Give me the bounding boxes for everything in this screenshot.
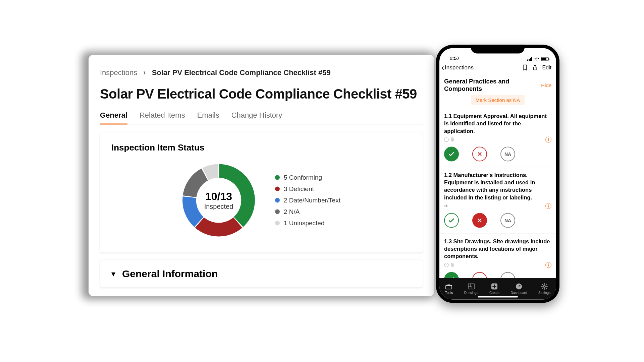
status-card-title: Inspection Item Status <box>111 142 411 153</box>
item-text: 1.2 Manufacturer's Instructions. Equipme… <box>444 171 551 201</box>
legend-row: 3 Deficient <box>275 185 340 193</box>
legend-dot <box>275 187 280 191</box>
drawings-icon <box>468 283 475 290</box>
chevron-right-icon: › <box>143 68 146 77</box>
bottom-tab-bar: ToolsDrawingsCreateDashboardSettings <box>439 278 556 300</box>
tab-settings[interactable]: Settings <box>538 283 550 295</box>
phone-screen: 1:57 ‹ Inspections <box>439 48 556 300</box>
legend-dot <box>275 221 280 226</box>
tab-label: Create <box>489 291 499 295</box>
comment-icon[interactable] <box>444 137 449 142</box>
pass-button[interactable] <box>444 272 459 278</box>
breadcrumb: Inspections › Solar PV Electrical Code C… <box>100 68 423 77</box>
donut-center-value: 10/13 <box>205 190 232 203</box>
attachment-icon[interactable] <box>451 262 454 267</box>
tab-drawings[interactable]: Drawings <box>464 283 478 295</box>
general-information-title: General Information <box>122 268 218 280</box>
inspection-item: 1.2 Manufacturer's Instructions. Equipme… <box>439 167 556 233</box>
tab-tools[interactable]: Tools <box>445 283 453 295</box>
fail-button[interactable] <box>472 146 487 161</box>
bookmark-icon[interactable] <box>522 64 528 71</box>
tab-label: Settings <box>538 291 550 295</box>
tab-general[interactable]: General <box>100 111 127 125</box>
pass-button[interactable] <box>444 146 459 161</box>
info-icon[interactable]: i <box>545 203 551 209</box>
legend-row: 2 Date/Number/Text <box>275 197 340 204</box>
legend-row: 2 N/A <box>275 208 340 216</box>
na-button[interactable]: NA <box>500 146 515 161</box>
legend-label: 1 Uninspected <box>284 220 324 227</box>
tab-related-items[interactable]: Related Items <box>140 111 185 125</box>
svg-point-4 <box>543 286 545 288</box>
items-list: 1.1 Equipment Approval. All equipment is… <box>439 108 556 278</box>
legend-label: 2 Date/Number/Text <box>284 197 340 204</box>
chevron-left-icon: ‹ <box>441 63 444 72</box>
nav-bar: ‹ Inspections Edit <box>439 62 556 75</box>
donut-center-label: Inspected <box>204 203 233 210</box>
tab-change-history[interactable]: Change History <box>231 111 282 125</box>
tools-icon <box>445 283 452 290</box>
legend-label: 3 Deficient <box>284 185 314 193</box>
fail-button[interactable] <box>472 272 487 278</box>
wifi-icon <box>534 57 539 61</box>
dashboard-icon <box>515 283 523 290</box>
legend-dot <box>275 209 280 214</box>
tab-label: Tools <box>445 291 453 295</box>
legend-label: 2 N/A <box>284 208 300 216</box>
chevron-down-icon: ▾ <box>111 269 115 279</box>
fail-button[interactable] <box>472 213 487 228</box>
clock: 1:57 <box>449 55 460 61</box>
signal-icon <box>527 57 533 61</box>
phone-notch <box>471 45 525 54</box>
back-button[interactable]: ‹ Inspections <box>441 63 474 72</box>
item-text: 1.3 Site Drawings. Site drawings include… <box>444 237 551 260</box>
inspection-item: 1.3 Site Drawings. Site drawings include… <box>439 233 556 278</box>
tab-emails[interactable]: Emails <box>197 111 219 125</box>
na-button[interactable]: NA <box>500 272 515 278</box>
svg-rect-1 <box>468 284 474 289</box>
tab-label: Dashboard <box>511 291 527 295</box>
info-icon[interactable]: i <box>545 262 551 268</box>
pass-button[interactable] <box>444 213 459 228</box>
breadcrumb-root[interactable]: Inspections <box>100 68 137 77</box>
na-button[interactable]: NA <box>500 213 515 228</box>
tab-dashboard[interactable]: Dashboard <box>511 283 527 295</box>
item-text: 1.1 Equipment Approval. All equipment is… <box>444 112 551 135</box>
general-information-card[interactable]: ▾ General Information <box>100 260 423 288</box>
mark-section-na-button[interactable]: Mark Section as NA <box>471 95 525 105</box>
tab-bar: General Related Items Emails Change Hist… <box>100 111 423 125</box>
comment-icon[interactable] <box>444 262 449 267</box>
back-label: Inspections <box>445 64 474 71</box>
breadcrumb-current: Solar PV Electrical Code Compliance Chec… <box>152 68 331 77</box>
desktop-panel: Inspections › Solar PV Electrical Code C… <box>89 55 434 296</box>
settings-icon <box>541 283 548 290</box>
info-icon[interactable]: i <box>545 136 551 142</box>
tab-label: Drawings <box>464 291 478 295</box>
phone-frame: 1:57 ‹ Inspections <box>436 45 559 303</box>
observed-icon: 👁 <box>444 203 449 208</box>
home-indicator <box>478 296 518 298</box>
create-icon <box>491 283 498 290</box>
legend-row: 1 Uninspected <box>275 220 340 227</box>
attachment-icon[interactable] <box>451 137 454 142</box>
tab-create[interactable]: Create <box>489 283 499 295</box>
page-title: Solar PV Electrical Code Compliance Chec… <box>100 86 423 102</box>
legend-label: 5 Conforming <box>284 174 322 181</box>
share-icon[interactable] <box>532 64 538 71</box>
legend-dot <box>275 198 280 203</box>
svg-rect-0 <box>446 286 452 289</box>
battery-icon <box>541 57 549 61</box>
legend-dot <box>275 175 280 180</box>
hide-button[interactable]: Hide <box>541 82 551 88</box>
legend-row: 5 Conforming <box>275 174 340 181</box>
chart-legend: 5 Conforming3 Deficient2 Date/Number/Tex… <box>275 174 340 227</box>
section-title: General Practices and Components <box>444 78 541 93</box>
status-card: Inspection Item Status 10/13 Inspected 5… <box>100 132 423 253</box>
donut-chart: 10/13 Inspected <box>178 160 259 241</box>
inspection-item: 1.1 Equipment Approval. All equipment is… <box>439 108 556 167</box>
edit-button[interactable]: Edit <box>542 65 551 71</box>
